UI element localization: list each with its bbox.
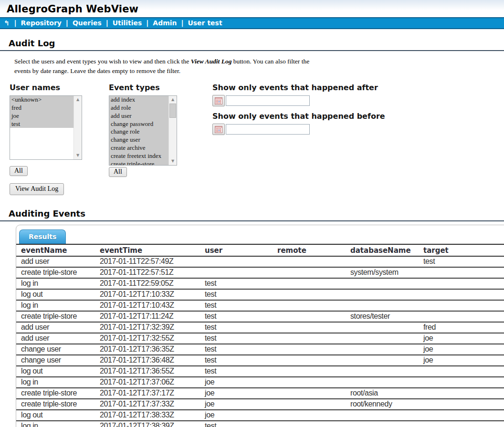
table-cell: log in [16, 300, 95, 311]
table-cell: 2017-01-12T17:37:33Z [95, 399, 200, 410]
table-cell [273, 322, 346, 333]
table-row: change user2017-01-12T17:36:35Ztestjoe [16, 344, 504, 355]
table-cell: root/asia [346, 388, 419, 399]
table-cell: joe [200, 410, 273, 421]
table-cell: test [419, 256, 504, 267]
column-header-user: user [200, 245, 273, 256]
table-cell [273, 421, 346, 427]
audit-log-description: Select the users and event types you wis… [14, 57, 327, 75]
user-names-scrollbar[interactable]: ▲ ▼ [74, 96, 82, 159]
table-cell: system/system [346, 267, 419, 278]
table-cell: 2017-01-12T17:36:55Z [95, 366, 200, 377]
app-header: AllegroGraph WebView [0, 0, 504, 17]
table-cell [346, 410, 419, 421]
before-filter-label: Show only events that happened before [212, 112, 385, 121]
list-option[interactable]: change user [109, 136, 168, 144]
table-cell: test [200, 366, 273, 377]
table-cell [419, 377, 504, 388]
before-date-input[interactable] [226, 124, 310, 135]
table-cell [419, 421, 504, 427]
column-header-target: target [419, 245, 504, 256]
filter-area: User names <unknown>fredjoetest ▲ ▼ All … [10, 83, 504, 195]
scroll-up-icon[interactable]: ▲ [169, 96, 177, 104]
list-option[interactable]: create triple-store [109, 160, 168, 166]
user-names-column: User names <unknown>fredjoetest ▲ ▼ All … [10, 83, 109, 195]
list-option[interactable]: joe [10, 112, 74, 120]
nav-item-admin[interactable]: Admin [153, 19, 177, 27]
user-names-listbox[interactable]: <unknown>fredjoetest ▲ ▼ [10, 95, 82, 160]
nav-item-utilities[interactable]: Utilities [113, 19, 142, 27]
table-cell: 2017-01-12T17:37:17Z [95, 388, 200, 399]
table-row: create triple-store2017-01-12T17:11:24Zt… [16, 311, 504, 322]
scroll-down-icon[interactable]: ▼ [74, 152, 82, 159]
list-option[interactable]: change role [109, 128, 168, 136]
user-names-all-button[interactable]: All [10, 166, 28, 176]
table-row: log in2017-01-12T17:10:43Ztest [16, 300, 504, 311]
table-cell [346, 377, 419, 388]
nav-item-repository[interactable]: Repository [21, 19, 62, 27]
table-cell [419, 410, 504, 421]
table-cell [273, 399, 346, 410]
list-option[interactable]: add role [109, 104, 168, 112]
table-cell: 2017-01-12T17:11:24Z [95, 311, 200, 322]
tab-results[interactable]: Results [19, 229, 66, 244]
table-cell [200, 256, 273, 267]
nav-item-queries[interactable]: Queries [73, 19, 102, 27]
event-types-all-button[interactable]: All [109, 167, 127, 177]
table-cell [346, 289, 419, 300]
table-cell [273, 267, 346, 278]
table-row: add user2017-01-11T22:57:49Ztest [16, 256, 504, 267]
list-option[interactable]: create archive [109, 144, 168, 152]
scroll-up-icon[interactable]: ▲ [74, 96, 82, 104]
after-calendar-button[interactable] [212, 95, 225, 106]
table-cell [419, 399, 504, 410]
page-title: Audit Log [0, 38, 504, 51]
table-cell [346, 278, 419, 289]
list-option[interactable]: create freetext index [109, 152, 168, 160]
table-cell: test [200, 289, 273, 300]
list-option[interactable]: add user [109, 112, 168, 120]
before-calendar-button[interactable] [212, 124, 225, 135]
scrollbar-thumb[interactable] [169, 104, 176, 118]
date-filters-column: Show only events that happened after Sho… [212, 83, 385, 195]
table-cell: test [200, 322, 273, 333]
table-cell: test [200, 421, 273, 427]
list-option[interactable]: add index [109, 96, 168, 104]
calendar-icon [215, 97, 222, 104]
table-cell: add user [16, 256, 95, 267]
table-row: log out2017-01-12T17:38:33Zjoe [16, 410, 504, 421]
table-cell [273, 311, 346, 322]
scrollbar-track[interactable] [169, 104, 177, 157]
back-arrow-icon[interactable]: ↰ [4, 19, 10, 27]
list-option[interactable]: change password [109, 120, 168, 128]
table-cell [346, 344, 419, 355]
table-cell [419, 300, 504, 311]
table-cell [419, 388, 504, 399]
after-date-input[interactable] [226, 95, 310, 106]
table-cell: test [200, 344, 273, 355]
nav-separator: | [62, 19, 73, 27]
table-cell: 2017-01-11T22:59:05Z [95, 278, 200, 289]
table-row: log in2017-01-12T17:38:39Ztest [16, 421, 504, 427]
view-audit-log-button[interactable]: View Audit Log [10, 183, 64, 195]
table-cell: fred [419, 322, 504, 333]
list-option[interactable]: <unknown> [10, 96, 74, 104]
nav-item-user-test[interactable]: User test [188, 19, 222, 27]
table-cell [273, 289, 346, 300]
table-cell: joe [200, 388, 273, 399]
event-types-scrollbar[interactable]: ▲ ▼ [168, 96, 177, 165]
table-header-row: eventNameeventTimeuserremotedatabaseName… [16, 245, 504, 256]
table-cell: log in [16, 278, 95, 289]
table-cell [419, 311, 504, 322]
results-table: eventNameeventTimeuserremotedatabaseName… [16, 245, 504, 427]
table-cell: test [200, 300, 273, 311]
list-option[interactable]: test [10, 120, 74, 128]
scroll-down-icon[interactable]: ▼ [169, 157, 177, 165]
table-row: change user2017-01-12T17:36:48Ztestjoe [16, 355, 504, 366]
scrollbar-track[interactable] [74, 104, 82, 152]
list-option[interactable]: fred [10, 104, 74, 112]
table-cell: 2017-01-12T17:38:39Z [95, 421, 200, 427]
event-types-listbox[interactable]: add indexadd roleadd userchange password… [109, 95, 177, 166]
table-cell: change user [16, 344, 95, 355]
table-row: log out2017-01-12T17:10:33Ztest [16, 289, 504, 300]
